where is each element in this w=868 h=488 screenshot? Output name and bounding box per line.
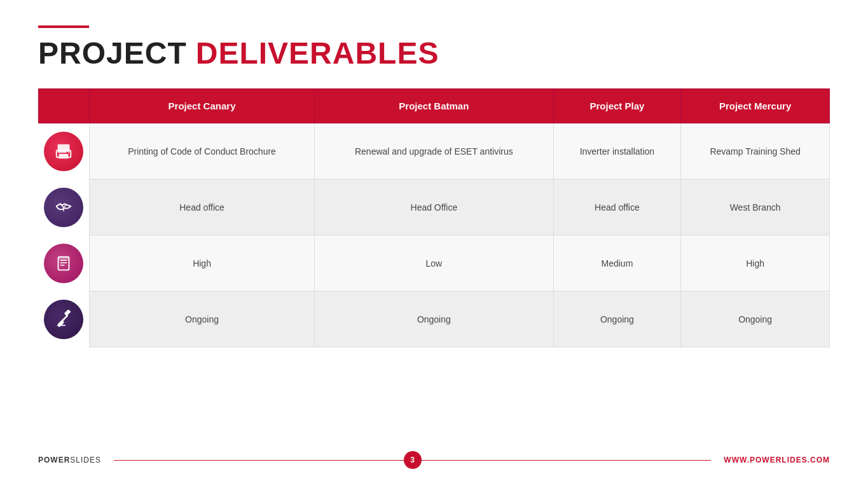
cell-row4-mercury: Ongoing <box>681 291 830 347</box>
handshake-icon-circle <box>44 188 83 227</box>
col-header-canary: Project Canary <box>90 89 315 123</box>
col-header-batman: Project Batman <box>315 89 554 123</box>
handshake-icon <box>54 198 73 217</box>
svg-rect-2 <box>59 154 69 159</box>
cell-row4-canary: Ongoing <box>90 291 315 347</box>
footer-power: POWER <box>38 456 70 464</box>
footer: POWERSLIDES 3 WWW.POWERLIDES.COM <box>38 441 830 469</box>
main-table: Project Canary Project Batman Project Pl… <box>38 88 830 347</box>
cell-row1-batman: Renewal and upgrade of ESET antivirus <box>315 123 554 179</box>
gavel-icon <box>54 310 73 329</box>
table-row: Head office Head Office Head office West… <box>39 179 830 235</box>
table-row: Ongoing Ongoing Ongoing Ongoing <box>39 291 830 347</box>
table-row: Printing of Code of Conduct Brochure Ren… <box>39 123 830 179</box>
gavel-icon-circle <box>44 300 83 339</box>
cell-row1-mercury: Revamp Training Shed <box>681 123 830 179</box>
col-header-mercury: Project Mercury <box>681 89 830 123</box>
svg-rect-9 <box>59 256 69 260</box>
icon-col-header <box>39 89 90 123</box>
icon-cell-row2 <box>39 179 90 235</box>
footer-line-left <box>114 460 404 461</box>
footer-brand: POWERSLIDES <box>38 456 101 464</box>
title-deliverables: DELIVERABLES <box>196 36 439 71</box>
icon-cell-row4 <box>39 291 90 347</box>
priority-icon <box>54 254 73 273</box>
cell-row3-canary: High <box>90 235 315 291</box>
footer-center: 3 <box>114 451 711 469</box>
cell-row1-canary: Printing of Code of Conduct Brochure <box>90 123 315 179</box>
icon-cell-row1 <box>39 123 90 179</box>
cell-row2-canary: Head office <box>90 179 315 235</box>
svg-rect-0 <box>58 144 70 153</box>
footer-line-right <box>422 460 712 461</box>
title-row: PROJECT DELIVERABLES <box>38 36 830 71</box>
cell-row3-batman: Low <box>315 235 554 291</box>
page-container: PROJECT DELIVERABLES Project Canary Proj… <box>0 0 868 488</box>
cell-row1-play: Inverter installation <box>553 123 681 179</box>
cell-row4-batman: Ongoing <box>315 291 554 347</box>
print-icon <box>54 142 73 161</box>
table-wrapper: Project Canary Project Batman Project Pl… <box>38 88 830 435</box>
cell-row2-mercury: West Branch <box>681 179 830 235</box>
header-accent <box>38 25 89 28</box>
svg-point-3 <box>66 151 68 153</box>
cell-row2-play: Head office <box>553 179 681 235</box>
cell-row3-mercury: High <box>681 235 830 291</box>
footer-website: WWW.POWERLIDES.COM <box>724 456 830 464</box>
footer-page-number: 3 <box>404 451 422 469</box>
cell-row4-play: Ongoing <box>553 291 681 347</box>
print-icon-circle <box>44 132 83 171</box>
cell-row2-batman: Head Office <box>315 179 554 235</box>
icon-cell-row3 <box>39 235 90 291</box>
cell-row3-play: Medium <box>553 235 681 291</box>
priority-icon-circle <box>44 244 83 283</box>
footer-slides: SLIDES <box>70 456 101 464</box>
col-header-play: Project Play <box>553 89 681 123</box>
table-row: High Low Medium High <box>39 235 830 291</box>
title-project: PROJECT <box>38 36 187 71</box>
table-header-row: Project Canary Project Batman Project Pl… <box>39 89 830 123</box>
